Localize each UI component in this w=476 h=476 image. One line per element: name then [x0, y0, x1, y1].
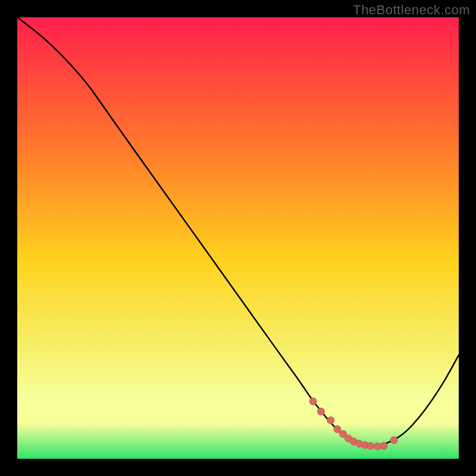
highlight-marker [309, 398, 317, 405]
gradient-plot-area [17, 17, 459, 459]
chart-svg [17, 17, 459, 459]
highlight-marker [367, 442, 374, 449]
highlight-marker [318, 408, 325, 415]
gradient-background [17, 17, 459, 459]
highlight-marker [334, 425, 341, 433]
watermark-text: TheBottleneck.com [353, 2, 470, 18]
highlight-marker [380, 442, 387, 449]
highlight-marker [327, 416, 334, 424]
chart-frame: TheBottleneck.com [0, 0, 476, 476]
highlight-marker [390, 437, 397, 444]
